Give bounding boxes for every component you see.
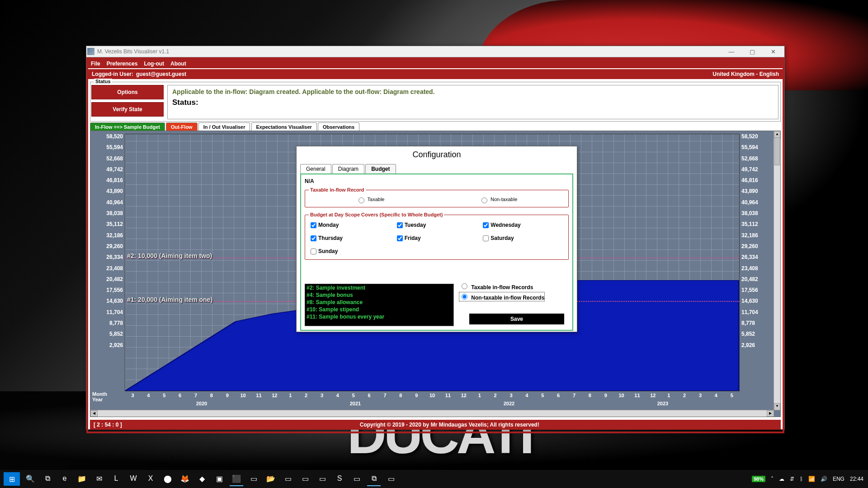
maximize-button[interactable]: ▢	[742, 47, 763, 56]
taskbar-app-icon[interactable]: ▭	[247, 472, 260, 485]
day-thursday[interactable]: Thursday	[309, 234, 392, 243]
day-wednesday[interactable]: Wednesday	[481, 221, 565, 230]
taskbar-app-icon[interactable]: ⬛	[230, 472, 243, 486]
taskbar-app-icon[interactable]: ◆	[195, 472, 209, 485]
x-month: 1	[283, 393, 298, 398]
checkbox-monday[interactable]	[311, 222, 316, 228]
taskbar-app-icon[interactable]: ⬤	[161, 472, 175, 485]
status-message: Applicable to the in-flow: Diagram creat…	[172, 88, 774, 95]
taskbar-app-icon[interactable]: ⧉	[367, 472, 381, 486]
taskbar-app-icon[interactable]: ▭	[384, 472, 398, 485]
tab-expectations[interactable]: Expectations Visualiser	[251, 122, 317, 131]
taskbar-app-icon[interactable]: ▣	[212, 472, 226, 485]
checkbox-friday[interactable]	[397, 235, 403, 241]
config-tab-diagram[interactable]: Diagram	[332, 164, 364, 174]
minimize-button[interactable]: —	[721, 47, 742, 56]
x-month: 5	[345, 393, 361, 398]
y-tick: 43,890	[90, 186, 123, 197]
checkbox-thursday[interactable]	[311, 235, 316, 241]
day-tuesday[interactable]: Tuesday	[395, 221, 479, 230]
y-tick: 52,668	[741, 153, 774, 164]
checkbox-saturday[interactable]	[483, 235, 489, 241]
options-button[interactable]: Options	[91, 85, 164, 99]
volume-icon[interactable]: 🔊	[821, 476, 827, 482]
menu-logout[interactable]: Log-out	[144, 61, 164, 67]
taskbar-app-icon[interactable]: X	[144, 472, 157, 485]
wifi-icon[interactable]: 📶	[808, 476, 815, 482]
taskbar-app-icon[interactable]: ✉	[92, 472, 106, 485]
radio-taxable-label[interactable]: Taxable	[356, 196, 385, 203]
taskbar-app-icon[interactable]: ⧉	[41, 472, 54, 485]
radio-nontaxable-records-label[interactable]: Non-taxable in-flow Records	[459, 292, 544, 301]
y-tick: 35,112	[741, 219, 774, 230]
status-legend: Status	[94, 79, 112, 84]
chart-vscroll[interactable]: ▲ ▼	[774, 131, 780, 410]
radio-nontaxable-label[interactable]: Non-taxable	[479, 196, 517, 203]
titlebar[interactable]: M. Vezelis Bits Visualiser v1.1 — ▢ ✕	[86, 46, 784, 57]
taskbar-app-icon[interactable]: 🦊	[178, 472, 192, 485]
taskbar-app-icon[interactable]: ▭	[281, 472, 295, 485]
day-sunday[interactable]: Sunday	[309, 247, 392, 256]
taskbar-app-icon[interactable]: ▭	[316, 472, 329, 485]
tab-inflow[interactable]: In-Flow ==> Sample Budget	[90, 122, 165, 131]
day-friday[interactable]: Friday	[395, 234, 479, 243]
scroll-thumb[interactable]	[774, 137, 780, 165]
day-saturday[interactable]: Saturday	[481, 234, 565, 243]
close-button[interactable]: ✕	[763, 47, 783, 56]
taskbar-app-icon[interactable]: 📂	[264, 472, 278, 485]
chart-hscroll[interactable]: ◀ ▶	[90, 410, 774, 417]
tab-inout-visualiser[interactable]: In / Out Visualiser	[198, 122, 250, 131]
menu-file[interactable]: File	[91, 61, 100, 67]
day-monday[interactable]: Monday	[309, 221, 392, 230]
radio-taxable[interactable]	[359, 197, 364, 203]
taskbar-app-icon[interactable]: 📁	[75, 472, 89, 485]
verify-state-button[interactable]: Verify State	[91, 102, 164, 117]
taskbar-app-icon[interactable]: 🔍	[24, 472, 37, 485]
tab-observations[interactable]: Observations	[318, 122, 359, 131]
list-item[interactable]: #2: Sample investment	[305, 284, 453, 291]
scroll-left-button[interactable]: ◀	[90, 410, 98, 417]
taskbar-app-icon[interactable]: S	[333, 472, 346, 485]
language-indicator[interactable]: ENG	[833, 476, 844, 482]
taskbar-app-icon[interactable]: L	[109, 472, 123, 485]
taskbar-app-icon[interactable]: W	[127, 472, 140, 485]
scroll-down-button[interactable]: ▼	[774, 403, 780, 410]
menu-about[interactable]: About	[170, 61, 186, 67]
records-listbox[interactable]: #2: Sample investment#4: Sample bonus#8:…	[305, 284, 454, 326]
network-icon[interactable]: ⇵	[790, 476, 794, 482]
bluetooth-icon[interactable]: ᛒ	[800, 476, 803, 482]
taskbar-app-icon[interactable]: e	[58, 472, 71, 485]
year-label: Year	[92, 397, 125, 402]
config-tab-general[interactable]: General	[300, 164, 331, 174]
radio-taxable-records[interactable]	[462, 283, 467, 289]
list-item[interactable]: #4: Sample bonus	[305, 291, 453, 299]
footer: [ 2 : 54 : 0 ] Copyright © 2019 - 2020 b…	[90, 420, 781, 430]
list-item[interactable]: #8: Sample allowance	[305, 299, 453, 306]
x-year: 2022	[432, 401, 586, 406]
config-tab-budget[interactable]: Budget	[365, 164, 396, 174]
taskbar-app-icon[interactable]: ▭	[298, 472, 312, 485]
tab-outflow[interactable]: Out-Flow	[166, 122, 198, 131]
x-month: 1	[472, 393, 487, 398]
scroll-right-button[interactable]: ▶	[767, 410, 774, 417]
menu-preferences[interactable]: Preferences	[107, 61, 138, 67]
radio-nontaxable-records[interactable]	[462, 294, 467, 300]
save-button[interactable]: Save	[469, 314, 564, 324]
checkbox-tuesday[interactable]	[397, 222, 403, 228]
start-button[interactable]: ⊞	[4, 472, 20, 486]
checkbox-wednesday[interactable]	[483, 222, 489, 228]
taskbar[interactable]: ⊞ 🔍⧉e📁✉LWX⬤🦊◆▣⬛▭📂▭▭▭S▭⧉▭ 98% ˄ ☁ ⇵ ᛒ 📶 🔊…	[0, 470, 868, 488]
cloud-icon[interactable]: ☁	[779, 476, 784, 482]
y-tick: 58,520	[741, 131, 774, 142]
status-message-box: Applicable to the in-flow: Diagram creat…	[167, 85, 778, 119]
battery-icon[interactable]: 98%	[752, 476, 765, 482]
taskbar-app-icon[interactable]: ▭	[350, 472, 363, 485]
list-item[interactable]: #10: Sample stipend	[305, 306, 453, 313]
list-item[interactable]: #11: Sample bonus every year	[305, 313, 453, 320]
tray-up-icon[interactable]: ˄	[771, 476, 774, 482]
checkbox-sunday[interactable]	[311, 249, 316, 254]
radio-nontaxable[interactable]	[481, 197, 487, 203]
clock[interactable]: 22:44	[850, 476, 863, 482]
copyright: Copyright © 2019 - 2020 by Mr Mindaugas …	[122, 422, 777, 428]
radio-taxable-records-label[interactable]: Taxable in-flow Records	[459, 282, 544, 291]
